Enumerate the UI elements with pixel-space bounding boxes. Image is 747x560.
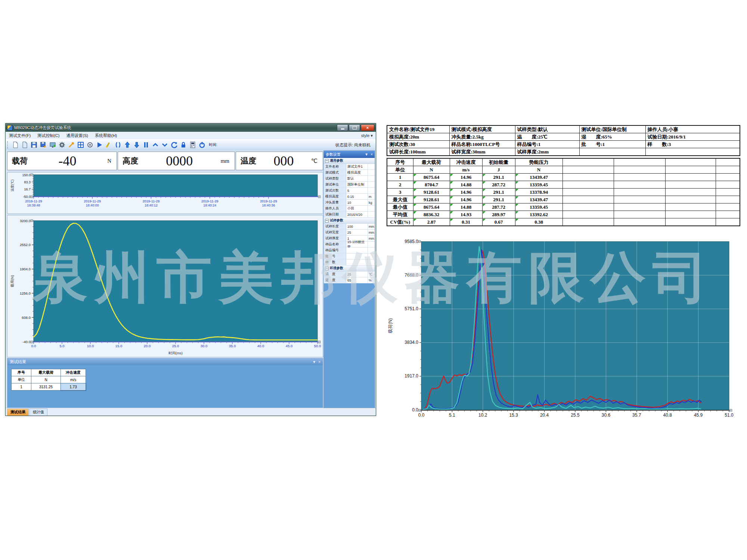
param-label: 模拟高度 xyxy=(324,194,346,199)
sidebar-header[interactable]: 参数设置 ▼× xyxy=(324,151,375,158)
close-button[interactable]: × xyxy=(361,124,374,131)
report-cell: 试验日期:2016/9/1 xyxy=(645,133,740,141)
report-cell xyxy=(614,218,665,226)
menu-item-1[interactable]: 测试文件(F) xyxy=(6,133,34,138)
svg-text:0.0: 0.0 xyxy=(418,413,425,418)
param-value[interactable]: 模拟高度 xyxy=(346,170,368,175)
window-titlebar[interactable]: MB029C动态冲击疲劳试验系统 × xyxy=(6,124,376,132)
param-value[interactable]: 2016/4/20 xyxy=(346,212,368,217)
sidebar-rows: 通用参数文件名称测试文件1测试模式模拟高度试样类型默认测试单位国际单位制测试次数… xyxy=(324,158,375,283)
param-value[interactable]: 测试文件1 xyxy=(346,164,368,169)
sidebar-section-3[interactable]: 环境参数 xyxy=(324,265,375,271)
param-value[interactable]: 5 xyxy=(346,188,368,193)
param-value[interactable]: 25 xyxy=(346,271,368,277)
undo-icon[interactable] xyxy=(169,140,179,149)
style-dropdown[interactable]: style ▾ xyxy=(361,133,376,138)
param-value[interactable]: 65 xyxy=(346,277,368,283)
result-cell[interactable]: 3131.25 xyxy=(31,383,61,391)
svg-text:1917.0: 1917.0 xyxy=(405,373,418,379)
report-cell xyxy=(614,196,665,203)
collapse-icon[interactable] xyxy=(325,159,329,163)
report-chart-plot: 0.05.110.215.320.425.530.635.740.845.951… xyxy=(387,230,743,420)
record-icon[interactable] xyxy=(85,140,94,149)
collapse-icon[interactable] xyxy=(325,267,329,270)
power-icon[interactable] xyxy=(197,140,207,149)
svg-text:0.0: 0.0 xyxy=(412,407,418,413)
report-cell: 287.72 xyxy=(482,181,515,189)
param-unit: m xyxy=(368,194,375,199)
arrow-down-icon[interactable] xyxy=(132,140,141,149)
sidebar-row: 试样类型默认 xyxy=(324,176,375,182)
svg-text:2019-11-29: 2019-11-29 xyxy=(143,199,159,203)
gear-icon[interactable] xyxy=(57,140,66,149)
param-unit: % xyxy=(368,277,375,283)
param-value[interactable] xyxy=(346,253,368,259)
save-as-icon[interactable] xyxy=(38,140,48,149)
param-value[interactable]: 小田 xyxy=(346,206,368,211)
param-value[interactable]: 0.15 xyxy=(346,194,368,199)
param-value[interactable]: 25 xyxy=(346,230,368,235)
result-cell: m/s xyxy=(61,376,86,383)
report-cell xyxy=(665,174,716,181)
param-unit: mm xyxy=(368,236,375,241)
pause-icon[interactable] xyxy=(141,140,151,149)
minimize-button[interactable] xyxy=(337,124,348,131)
tab-statistics[interactable]: 统计值 xyxy=(30,408,47,416)
param-value[interactable] xyxy=(346,248,368,253)
meter-icon[interactable] xyxy=(188,140,197,149)
status-text: 状态提示: 尚未联机 xyxy=(335,142,374,148)
sidebar-close-icon[interactable]: × xyxy=(371,152,373,156)
lock-icon[interactable] xyxy=(179,140,188,149)
chevron-down-icon[interactable] xyxy=(160,140,169,149)
param-value[interactable] xyxy=(346,259,368,265)
save-icon[interactable] xyxy=(29,140,38,149)
svg-text:1256.0: 1256.0 xyxy=(20,291,31,295)
play-icon[interactable] xyxy=(94,140,104,149)
result-cell[interactable]: 1.73 xyxy=(61,383,86,391)
report-cell xyxy=(614,211,665,218)
curve-bracket-icon[interactable] xyxy=(113,140,123,149)
param-value[interactable]: 15-105镀丝带 xyxy=(346,242,368,247)
svg-text:2019-11-29: 2019-11-29 xyxy=(84,199,101,203)
screenshot-canvas: MB029C动态冲击疲劳试验系统 × 测试文件(F)测试控制(C)通用设置(S)… xyxy=(0,0,747,560)
tab-test-result[interactable]: 测试结果 xyxy=(7,408,29,416)
report-cell: 初始能量 xyxy=(482,158,515,166)
param-value[interactable]: 国际单位制 xyxy=(346,182,368,187)
param-value[interactable]: 100 xyxy=(346,224,368,229)
report-cell xyxy=(562,158,614,166)
sidebar-section-1[interactable]: 通用参数 xyxy=(324,158,375,164)
collapse-icon[interactable] xyxy=(325,219,329,223)
svg-text:载荷(N): 载荷(N) xyxy=(388,318,393,333)
new-file-icon[interactable] xyxy=(10,140,20,149)
result-panel-header[interactable]: 测试结果 ▼× xyxy=(7,358,323,365)
chevron-up-icon[interactable] xyxy=(151,140,160,149)
menu-item-3[interactable]: 通用设置(S) xyxy=(63,133,92,138)
svg-text:2019-11-29: 2019-11-29 xyxy=(260,199,277,203)
menu-item-2[interactable]: 测试控制(C) xyxy=(34,133,63,138)
open-file-icon[interactable] xyxy=(20,140,29,149)
height-display-unit: mm xyxy=(221,158,235,164)
left-window: MB029C动态冲击疲劳试验系统 × 测试文件(F)测试控制(C)通用设置(S)… xyxy=(5,123,376,416)
report-cell xyxy=(614,158,665,166)
param-value[interactable]: 默认 xyxy=(346,176,368,181)
sidebar-section-2[interactable]: 试样参数 xyxy=(324,218,375,224)
maximize-button[interactable] xyxy=(349,124,360,131)
probe-icon[interactable] xyxy=(104,140,113,149)
report-cell: 287.72 xyxy=(482,203,515,211)
param-value[interactable]: 10 xyxy=(346,200,368,205)
report-cell: 13359.45 xyxy=(515,181,562,189)
panel-close-icon[interactable]: × xyxy=(318,360,320,364)
sidebar-pin-icon[interactable]: ▼ xyxy=(365,152,368,156)
display-settings-icon[interactable] xyxy=(48,140,57,149)
arrow-up-icon[interactable] xyxy=(123,140,132,149)
report-cell: 2.87 xyxy=(413,218,450,226)
svg-text:45.0: 45.0 xyxy=(286,344,293,348)
toolbar: 时间: 状态提示: 尚未联机 xyxy=(6,139,376,151)
tool-icon[interactable] xyxy=(66,140,76,149)
result-cell: 1 xyxy=(12,383,31,391)
pin-icon[interactable]: ▼ xyxy=(312,360,316,364)
report-cell xyxy=(562,203,614,211)
menu-item-4[interactable]: 系统帮助(H) xyxy=(92,133,120,138)
window-grid-icon[interactable] xyxy=(76,140,85,149)
report-cell: 3 xyxy=(387,189,413,196)
